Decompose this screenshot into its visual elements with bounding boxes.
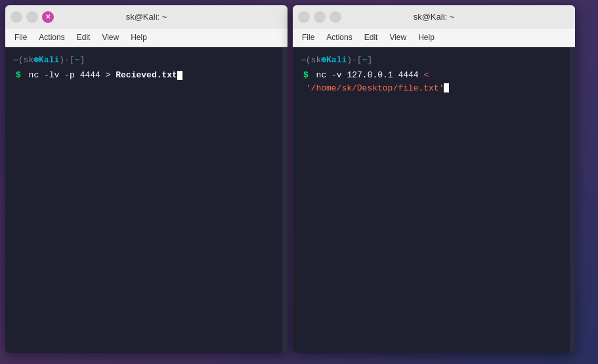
scrollbar-right[interactable] — [570, 47, 575, 353]
title-bar-left: ✕ sk@Kali: ~ — [5, 5, 288, 29]
menu-help-right[interactable]: Help — [413, 31, 440, 44]
minimize-button-left[interactable] — [11, 11, 22, 23]
prompt-host-left: Kali — [39, 54, 59, 67]
command-line-right: $ nc -v 127.0.0.1 4444 < '/home/sk/Deskt… — [301, 69, 567, 94]
prompt-bracket-open: ─(sk — [13, 54, 33, 67]
menu-edit-right[interactable]: Edit — [359, 31, 383, 44]
menu-help-left[interactable]: Help — [125, 31, 152, 44]
prompt-dir-left: ~ — [75, 54, 80, 67]
close-button-left[interactable]: ✕ — [42, 11, 54, 23]
left-controls: ✕ — [11, 11, 54, 23]
maximize-button-right[interactable] — [314, 11, 326, 23]
maximize-button-left[interactable] — [26, 11, 38, 23]
menu-edit-left[interactable]: Edit — [72, 31, 96, 44]
window-title-left: sk@Kali: ~ — [54, 12, 239, 22]
menu-actions-left[interactable]: Actions — [33, 31, 70, 44]
prompt-dir-bracket-right: )-[ — [347, 54, 362, 67]
cmd-redirect-left: > — [100, 69, 111, 82]
menu-view-right[interactable]: View — [384, 31, 412, 44]
prompt-symbol-right: ⊛ — [321, 54, 326, 67]
prompt-bracket-open-right: ─(sk — [301, 54, 321, 67]
title-bar-right: sk@Kali: ~ — [293, 5, 575, 29]
cmd-filepath-right: '/home/sk/Desktop/file.txt' — [301, 82, 444, 95]
menu-actions-right[interactable]: Actions — [321, 31, 357, 44]
cmd-flag-p: -p — [59, 69, 74, 82]
terminal-left: ✕ sk@Kali: ~ File Actions Edit View Help… — [5, 5, 288, 353]
minimize-button-right[interactable] — [298, 11, 310, 23]
left-controls-right — [298, 11, 341, 23]
cmd-port-left: 4444 — [75, 69, 100, 82]
cmd-input-redirect-right: < — [419, 69, 429, 82]
cmd-flag-lv: -lv — [39, 69, 59, 82]
prompt-symbol-left: ⊛ — [33, 54, 39, 67]
cmd-nc-left: nc — [24, 69, 39, 82]
command-line-left: $ nc -lv -p 4444 > Recieved.txt — [13, 69, 280, 82]
menu-bar-left: File Actions Edit View Help — [5, 29, 288, 47]
prompt-bracket-close: ] — [79, 54, 85, 67]
terminals-wrapper: ✕ sk@Kali: ~ File Actions Edit View Help… — [5, 5, 593, 359]
cmd-flag-v: -v — [326, 69, 341, 82]
terminal-body-left: ─(sk⊛ Kali)-[~] $ nc -lv -p 4444 > Recie… — [5, 47, 288, 353]
terminal-right: sk@Kali: ~ File Actions Edit View Help ─… — [293, 5, 575, 353]
close-button-right[interactable] — [330, 11, 341, 23]
window-title-right: sk@Kali: ~ — [341, 12, 526, 22]
dollar-left: $ — [16, 69, 21, 82]
prompt-dir-right: ~ — [362, 54, 368, 67]
scrollbar-left[interactable] — [282, 47, 288, 353]
cursor-left — [177, 71, 182, 80]
cmd-nc-right: nc — [311, 69, 326, 82]
dollar-right: $ — [303, 69, 309, 82]
cursor-right — [444, 83, 449, 92]
cmd-ip-right: 127.0.0.1 — [342, 69, 393, 82]
prompt-line-right: ─(sk⊛ Kali)-[~] — [301, 54, 567, 67]
prompt-host-right: Kali — [326, 54, 347, 67]
prompt-dir-bracket: )-[ — [59, 54, 74, 67]
menu-file-right[interactable]: File — [297, 31, 320, 44]
menu-file-left[interactable]: File — [9, 31, 32, 44]
prompt-line-left: ─(sk⊛ Kali)-[~] — [13, 54, 280, 67]
cmd-filename-left: Recieved.txt — [110, 69, 177, 82]
menu-bar-right: File Actions Edit View Help — [293, 29, 575, 47]
menu-view-left[interactable]: View — [96, 31, 124, 44]
terminal-body-right: ─(sk⊛ Kali)-[~] $ nc -v 127.0.0.1 4444 <… — [293, 47, 575, 353]
prompt-bracket-close-right: ] — [367, 54, 372, 67]
cmd-port-right: 4444 — [393, 69, 419, 82]
